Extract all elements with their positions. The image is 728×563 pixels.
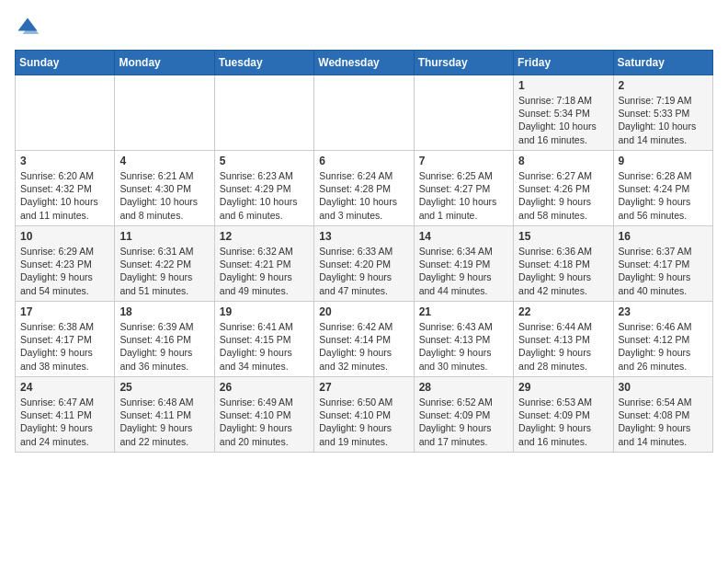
day-info: Sunrise: 6:52 AMSunset: 4:09 PMDaylight:… [419,396,508,448]
calendar-cell: 30Sunrise: 6:54 AMSunset: 4:08 PMDayligh… [613,377,712,453]
day-number: 1 [518,79,608,92]
day-number: 25 [119,381,209,394]
calendar-cell: 27Sunrise: 6:50 AMSunset: 4:10 PMDayligh… [314,377,414,453]
day-info: Sunrise: 6:23 AMSunset: 4:29 PMDaylight:… [220,169,309,222]
day-number: 7 [419,155,508,167]
day-number: 2 [619,79,708,92]
day-info: Sunrise: 6:21 AMSunset: 4:30 PMDaylight:… [119,169,209,222]
day-info: Sunrise: 6:38 AMSunset: 4:17 PMDaylight:… [20,320,109,373]
calendar-cell: 1Sunrise: 7:18 AMSunset: 5:34 PMDaylight… [514,75,613,151]
day-number: 23 [619,305,708,318]
calendar-cell: 18Sunrise: 6:39 AMSunset: 4:16 PMDayligh… [115,302,214,377]
day-number: 10 [20,230,109,243]
day-number: 4 [119,155,209,167]
day-number: 28 [419,381,508,394]
calendar-cell: 21Sunrise: 6:43 AMSunset: 4:13 PMDayligh… [414,302,513,377]
calendar-cell: 11Sunrise: 6:31 AMSunset: 4:22 PMDayligh… [115,226,214,302]
day-info: Sunrise: 6:28 AMSunset: 4:24 PMDaylight:… [619,169,708,222]
day-info: Sunrise: 6:54 AMSunset: 4:08 PMDaylight:… [619,396,708,448]
calendar-cell: 16Sunrise: 6:37 AMSunset: 4:17 PMDayligh… [613,226,712,302]
day-number: 14 [419,230,508,243]
weekday-header-saturday: Saturday [613,51,712,75]
calendar-cell [314,75,414,151]
day-number: 22 [518,305,608,318]
day-info: Sunrise: 6:36 AMSunset: 4:18 PMDaylight:… [518,245,608,297]
day-info: Sunrise: 6:29 AMSunset: 4:23 PMDaylight:… [20,245,109,297]
day-info: Sunrise: 6:25 AMSunset: 4:27 PMDaylight:… [419,169,508,222]
calendar-cell: 19Sunrise: 6:41 AMSunset: 4:15 PMDayligh… [214,302,313,377]
calendar-cell: 20Sunrise: 6:42 AMSunset: 4:14 PMDayligh… [314,302,414,377]
calendar-cell: 9Sunrise: 6:28 AMSunset: 4:24 PMDaylight… [613,151,712,226]
calendar-cell: 4Sunrise: 6:21 AMSunset: 4:30 PMDaylight… [115,151,214,226]
logo [15,15,44,40]
day-info: Sunrise: 6:34 AMSunset: 4:19 PMDaylight:… [419,245,508,297]
calendar-cell [115,75,214,151]
day-info: Sunrise: 6:27 AMSunset: 4:26 PMDaylight:… [518,169,608,222]
day-info: Sunrise: 6:20 AMSunset: 4:32 PMDaylight:… [20,169,109,222]
calendar-header: SundayMondayTuesdayWednesdayThursdayFrid… [16,51,713,75]
calendar-cell: 5Sunrise: 6:23 AMSunset: 4:29 PMDaylight… [214,151,313,226]
day-info: Sunrise: 6:50 AMSunset: 4:10 PMDaylight:… [319,396,408,448]
calendar-cell: 8Sunrise: 6:27 AMSunset: 4:26 PMDaylight… [514,151,613,226]
calendar-cell: 7Sunrise: 6:25 AMSunset: 4:27 PMDaylight… [414,151,513,226]
day-info: Sunrise: 6:43 AMSunset: 4:13 PMDaylight:… [419,320,508,373]
calendar-table: SundayMondayTuesdayWednesdayThursdayFrid… [15,50,713,453]
day-number: 30 [619,381,708,394]
day-info: Sunrise: 6:47 AMSunset: 4:11 PMDaylight:… [20,396,109,448]
calendar-cell: 22Sunrise: 6:44 AMSunset: 4:13 PMDayligh… [514,302,613,377]
day-number: 21 [419,305,508,318]
day-info: Sunrise: 6:44 AMSunset: 4:13 PMDaylight:… [518,320,608,373]
calendar-cell: 23Sunrise: 6:46 AMSunset: 4:12 PMDayligh… [613,302,712,377]
weekday-header-tuesday: Tuesday [214,51,313,75]
calendar-cell: 29Sunrise: 6:53 AMSunset: 4:09 PMDayligh… [514,377,613,453]
weekday-header-wednesday: Wednesday [314,51,414,75]
day-number: 15 [518,230,608,243]
calendar-week-5: 24Sunrise: 6:47 AMSunset: 4:11 PMDayligh… [16,377,713,453]
calendar-cell [214,75,313,151]
day-info: Sunrise: 7:19 AMSunset: 5:33 PMDaylight:… [619,94,708,146]
day-number: 9 [619,155,708,167]
calendar-cell: 13Sunrise: 6:33 AMSunset: 4:20 PMDayligh… [314,226,414,302]
day-number: 18 [119,305,209,318]
calendar-cell: 28Sunrise: 6:52 AMSunset: 4:09 PMDayligh… [414,377,513,453]
weekday-header-row: SundayMondayTuesdayWednesdayThursdayFrid… [16,51,713,75]
day-number: 20 [319,305,408,318]
day-number: 16 [619,230,708,243]
day-number: 11 [119,230,209,243]
day-info: Sunrise: 6:42 AMSunset: 4:14 PMDaylight:… [319,320,408,373]
calendar-cell [16,75,115,151]
weekday-header-thursday: Thursday [414,51,513,75]
day-number: 29 [518,381,608,394]
calendar-cell: 26Sunrise: 6:49 AMSunset: 4:10 PMDayligh… [214,377,313,453]
calendar-cell [414,75,513,151]
calendar-cell: 25Sunrise: 6:48 AMSunset: 4:11 PMDayligh… [115,377,214,453]
day-info: Sunrise: 6:46 AMSunset: 4:12 PMDaylight:… [619,320,708,373]
weekday-header-friday: Friday [514,51,613,75]
day-number: 6 [319,155,408,167]
day-number: 8 [518,155,608,167]
weekday-header-monday: Monday [115,51,214,75]
day-info: Sunrise: 6:33 AMSunset: 4:20 PMDaylight:… [319,245,408,297]
day-info: Sunrise: 6:41 AMSunset: 4:15 PMDaylight:… [220,320,309,373]
day-number: 26 [220,381,309,394]
day-number: 19 [220,305,309,318]
day-info: Sunrise: 6:53 AMSunset: 4:09 PMDaylight:… [518,396,608,448]
logo-icon [15,15,40,40]
calendar-body: 1Sunrise: 7:18 AMSunset: 5:34 PMDaylight… [16,75,713,453]
day-number: 12 [220,230,309,243]
calendar-cell: 10Sunrise: 6:29 AMSunset: 4:23 PMDayligh… [16,226,115,302]
calendar-week-3: 10Sunrise: 6:29 AMSunset: 4:23 PMDayligh… [16,226,713,302]
page-header [15,15,713,40]
calendar-cell: 24Sunrise: 6:47 AMSunset: 4:11 PMDayligh… [16,377,115,453]
calendar-cell: 12Sunrise: 6:32 AMSunset: 4:21 PMDayligh… [214,226,313,302]
day-info: Sunrise: 6:49 AMSunset: 4:10 PMDaylight:… [220,396,309,448]
calendar-cell: 17Sunrise: 6:38 AMSunset: 4:17 PMDayligh… [16,302,115,377]
calendar-week-4: 17Sunrise: 6:38 AMSunset: 4:17 PMDayligh… [16,302,713,377]
day-info: Sunrise: 6:39 AMSunset: 4:16 PMDaylight:… [119,320,209,373]
day-info: Sunrise: 6:48 AMSunset: 4:11 PMDaylight:… [119,396,209,448]
day-info: Sunrise: 7:18 AMSunset: 5:34 PMDaylight:… [518,94,608,146]
day-info: Sunrise: 6:37 AMSunset: 4:17 PMDaylight:… [619,245,708,297]
day-number: 27 [319,381,408,394]
calendar-cell: 14Sunrise: 6:34 AMSunset: 4:19 PMDayligh… [414,226,513,302]
day-number: 24 [20,381,109,394]
